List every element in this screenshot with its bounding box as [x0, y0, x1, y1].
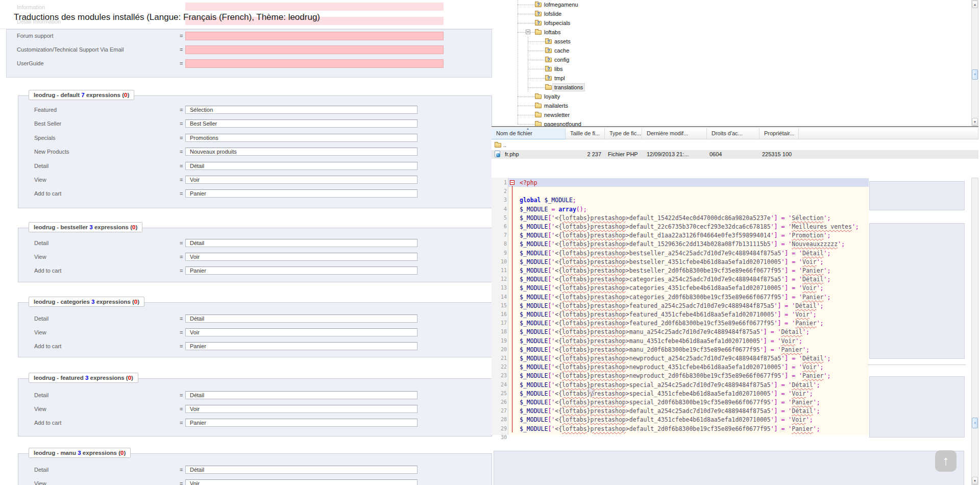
tree-item-translations[interactable]: translations	[553, 84, 584, 91]
question-mark-icon: ?	[537, 20, 540, 26]
scrollbar-down-icon[interactable]: ▼	[972, 118, 978, 126]
tree-item-libs[interactable]: libs	[553, 65, 565, 72]
translation-input-empty[interactable]	[185, 45, 444, 54]
code-line: $_MODULE['<{loftabs}prestashop>newproduc…	[520, 372, 830, 380]
translation-input[interactable]: Voir	[185, 253, 418, 261]
question-mark-icon: ?	[547, 66, 550, 71]
equals-sign: =	[180, 254, 183, 260]
code-line: $_MODULE['<{loftabs}prestashop>newproduc…	[520, 363, 824, 371]
file-type: Fichier PHP	[608, 151, 638, 157]
tree-item-lofspecials[interactable]: lofspecials	[543, 19, 572, 27]
remote-file-tree: ?lofmegamenu?lofslide?lofspecialsloftabs…	[494, 0, 971, 126]
screen: InformationDetail Information Traduction…	[0, 0, 980, 485]
page-scrollbar-thumb[interactable]: ≡	[972, 418, 978, 428]
column-header-2[interactable]: Taille de fi...	[566, 128, 605, 139]
translation-input[interactable]: Promotions	[185, 134, 418, 142]
tree-collapse-icon[interactable]	[526, 30, 530, 34]
equals-sign: =	[180, 46, 183, 53]
scrollbar-up-icon[interactable]: ▲	[972, 1, 978, 8]
translation-input[interactable]: Nouveaux produits	[185, 148, 418, 156]
ghost-pink-field	[185, 3, 444, 11]
translation-input[interactable]: Voir	[185, 328, 418, 336]
field-label: New Products	[34, 149, 69, 155]
equals-sign: =	[180, 420, 183, 426]
translation-input[interactable]: Voir	[185, 176, 418, 184]
translation-input[interactable]: Voir	[185, 479, 418, 485]
equals-sign: =	[180, 467, 183, 473]
equals-sign: =	[180, 107, 183, 113]
translation-input[interactable]: Détail	[185, 466, 418, 474]
field-label: View	[34, 406, 46, 412]
tree-item-tmpl[interactable]: tmpl	[553, 75, 567, 82]
equals-sign: =	[180, 392, 183, 398]
code-line: $_MODULE = array();	[520, 206, 587, 213]
page-title: Traductions des modules installés (Langu…	[14, 12, 320, 22]
tree-item-loftabs[interactable]: loftabs	[543, 29, 562, 36]
code-line: $_MODULE['<{loftabs}prestashop>special_a…	[520, 381, 820, 389]
tree-item-lofmegamenu[interactable]: lofmegamenu	[543, 1, 580, 8]
translation-input[interactable]: Détail	[185, 391, 418, 399]
scrollbar-down-icon[interactable]: ▼	[972, 477, 978, 484]
tree-connector	[528, 51, 545, 51]
field-label: UserGuide	[17, 60, 44, 66]
translation-input[interactable]: Sélection	[185, 106, 418, 114]
tree-item-mailalerts[interactable]: mailalerts	[543, 102, 570, 109]
translation-input[interactable]: Panier	[185, 419, 418, 427]
module-section-legend: leodrug - categories 3 expressions (0)	[29, 297, 144, 307]
current-line-highlight	[508, 178, 869, 187]
translation-input[interactable]: Détail	[185, 239, 418, 247]
translation-input[interactable]: Panier	[185, 266, 418, 275]
line-number: 14	[492, 294, 507, 300]
tree-item-assets[interactable]: assets	[553, 38, 572, 45]
code-line: $_MODULE['<{loftabs}prestashop>bestselle…	[520, 250, 830, 257]
equals-sign: =	[180, 135, 183, 141]
tree-connector	[528, 60, 545, 60]
column-header-4[interactable]: Dernière modif...	[642, 128, 707, 139]
column-header-3[interactable]: Type de fic...	[605, 128, 642, 139]
tree-scrollbar[interactable]: ▲ ≡ ▼	[971, 0, 978, 126]
translation-input-empty[interactable]	[185, 32, 444, 40]
line-number: 23	[492, 373, 507, 378]
column-header-5[interactable]: Droits d'ac...	[707, 128, 760, 139]
file-row-up[interactable]: ..	[503, 142, 506, 148]
tree-item-loyalty[interactable]: loyalty	[543, 93, 561, 100]
code-fold-icon[interactable]	[510, 180, 514, 185]
translation-input[interactable]: Voir	[185, 405, 418, 413]
code-line: $_MODULE['<{loftabs}prestashop>manu_4351…	[520, 337, 802, 345]
tree-item-config[interactable]: config	[553, 56, 571, 63]
tree-connector	[518, 14, 535, 14]
line-number: 19	[492, 338, 507, 344]
file-modified: 12/09/2013 21:...	[647, 151, 689, 157]
code-line: $_MODULE['<{loftabs}prestashop>bestselle…	[520, 258, 824, 266]
tree-connector	[528, 41, 545, 42]
equals-sign: =	[180, 343, 183, 349]
translation-input[interactable]: Détail	[185, 314, 418, 323]
tree-item-lofslide[interactable]: lofslide	[543, 10, 563, 17]
line-number: 18	[492, 329, 507, 334]
tree-scrollbar-thumb[interactable]: ≡	[972, 69, 978, 80]
tree-item-cache[interactable]: cache	[553, 47, 571, 54]
field-label: View	[34, 254, 46, 260]
line-number: 1	[492, 180, 507, 185]
tree-connector	[518, 124, 535, 125]
code-line: $_MODULE['<{loftabs}prestashop>default_4…	[520, 416, 813, 424]
code-line: $_MODULE['<{loftabs}prestashop>newproduc…	[520, 355, 830, 362]
scroll-to-top-button[interactable]: ↑	[935, 450, 957, 472]
page-scrollbar[interactable]: ≡ ▼	[971, 178, 978, 485]
code-line: $_MODULE['<{loftabs}prestashop>special_2…	[520, 399, 820, 406]
translation-input[interactable]: Détail	[185, 162, 418, 170]
question-mark-icon: ?	[547, 39, 550, 44]
tree-item-newsletter[interactable]: newsletter	[543, 111, 571, 118]
line-number: 24	[492, 382, 507, 387]
column-header-6[interactable]: Propriétair...	[760, 128, 799, 139]
question-mark-icon: ?	[547, 48, 550, 53]
translation-input[interactable]: Best Seller	[185, 119, 418, 128]
column-header-1[interactable]: Nom de fichier▲	[492, 128, 566, 139]
translation-input-empty[interactable]	[185, 59, 444, 68]
line-number: 12	[492, 276, 507, 282]
file-row-selected[interactable]	[492, 150, 978, 159]
translation-input[interactable]: Panier	[185, 189, 418, 198]
code-line: $_MODULE['<{loftabs}prestashop>categorie…	[520, 276, 830, 283]
translation-input[interactable]: Panier	[185, 342, 418, 350]
field-label: Detail	[34, 240, 48, 246]
